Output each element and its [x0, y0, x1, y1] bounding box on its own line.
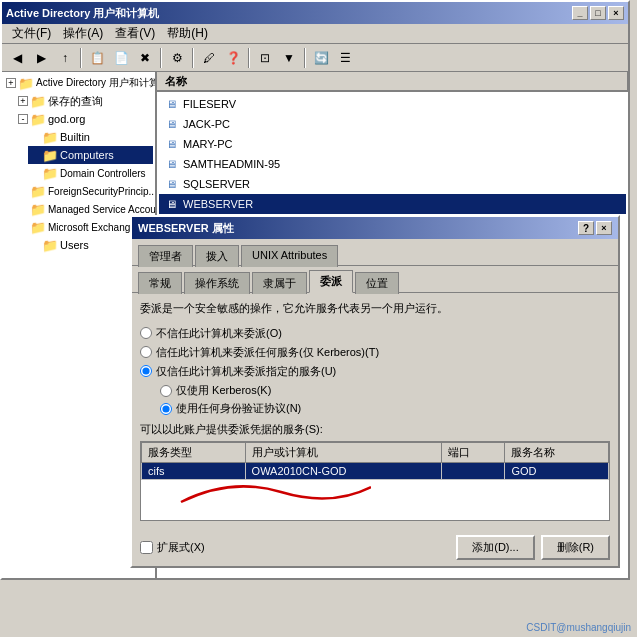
folder-icon-godorg: 📁 — [30, 111, 46, 127]
tree-label-builtin: Builtin — [60, 131, 90, 143]
service-table-label: 可以以此账户提供委派凭据的服务(S): — [140, 422, 610, 437]
radio-no-trust[interactable]: 不信任此计算机来委派(O) — [140, 326, 610, 341]
radio-trust-any-input[interactable] — [140, 346, 152, 358]
sub-radio-any-auth-input[interactable] — [160, 403, 172, 415]
extend-checkbox[interactable] — [140, 541, 153, 554]
radio-trust-specific-input[interactable] — [140, 365, 152, 377]
expand-godorg[interactable]: - — [18, 114, 28, 124]
folder-icon-users: 📁 — [42, 237, 58, 253]
menu-action[interactable]: 操作(A) — [57, 23, 109, 44]
sub-radio-kerberos-only[interactable]: 仅使用 Kerberos(K) — [160, 383, 610, 398]
list-item-webserver[interactable]: 🖥 WEBSERVER — [159, 194, 626, 214]
list-label-jackpc: JACK-PC — [183, 118, 230, 130]
toolbar: ◀ ▶ ↑ 📋 📄 ✖ ⚙ 🖊 ❓ ⊡ ▼ 🔄 ☰ — [2, 44, 628, 72]
menu-view[interactable]: 查看(V) — [109, 23, 161, 44]
tab-dialin[interactable]: 拨入 — [195, 245, 239, 267]
radio-trust-specific-label: 仅信任此计算机来委派指定的服务(U) — [156, 364, 336, 379]
col-port[interactable]: 端口 — [441, 443, 505, 463]
paste-button[interactable]: 📄 — [110, 47, 132, 69]
tab-bar-row2: 常规 操作系统 隶属于 委派 位置 — [132, 266, 618, 293]
copy-button[interactable]: 📋 — [86, 47, 108, 69]
toolbar-separator-2 — [160, 48, 162, 68]
computer-icon-fileserv: 🖥 — [163, 96, 179, 112]
expand-saved[interactable]: + — [18, 96, 28, 106]
tab-unix[interactable]: UNIX Attributes — [241, 245, 338, 267]
sub-radio-any-auth[interactable]: 使用任何身份验证协议(N) — [160, 401, 610, 416]
radio-trust-any[interactable]: 信任此计算机来委派任何服务(仅 Kerberos)(T) — [140, 345, 610, 360]
menu-help[interactable]: 帮助(H) — [161, 23, 214, 44]
folder-icon-computers: 📁 — [42, 147, 58, 163]
computer-icon-webserver: 🖥 — [163, 196, 179, 212]
tree-item-builtin[interactable]: 📁 Builtin — [28, 128, 153, 146]
col-service-name[interactable]: 服务名称 — [505, 443, 609, 463]
tab-manager[interactable]: 管理者 — [138, 245, 193, 267]
folder-icon-root: 📁 — [18, 75, 34, 91]
tree-item-saved[interactable]: + 📁 保存的查询 — [16, 92, 153, 110]
radio-trust-any-label: 信任此计算机来委派任何服务(仅 Kerberos)(T) — [156, 345, 379, 360]
menu-file[interactable]: 文件(F) — [6, 23, 57, 44]
col-header-name[interactable]: 名称 — [157, 72, 628, 90]
tab-general[interactable]: 常规 — [138, 272, 182, 294]
folder-icon-msa: 📁 — [30, 201, 46, 217]
folder-icon-fsp: 📁 — [30, 183, 46, 199]
computer-icon-jackpc: 🖥 — [163, 116, 179, 132]
tab-delegation[interactable]: 委派 — [309, 270, 353, 293]
tree-item-dc[interactable]: 📁 Domain Controllers — [28, 164, 153, 182]
dialog-close-button[interactable]: × — [596, 221, 612, 235]
filter2-button[interactable]: ▼ — [278, 47, 300, 69]
forward-button[interactable]: ▶ — [30, 47, 52, 69]
back-button[interactable]: ◀ — [6, 47, 28, 69]
computer-icon-marypc: 🖥 — [163, 136, 179, 152]
refresh-button[interactable]: 🔄 — [310, 47, 332, 69]
col-user-computer[interactable]: 用户或计算机 — [245, 443, 441, 463]
expand-root[interactable]: + — [6, 78, 16, 88]
tree-item-root[interactable]: + 📁 Active Directory 用户和计算机 — [4, 74, 153, 92]
radio-trust-specific[interactable]: 仅信任此计算机来委派指定的服务(U) — [140, 364, 610, 379]
folder-icon-saved: 📁 — [30, 93, 46, 109]
dialog-title-text: WEBSERVER 属性 — [138, 221, 234, 236]
list-item-sqlserver[interactable]: 🖥 SQLSERVER — [159, 174, 626, 194]
add-button[interactable]: 添加(D)... — [456, 535, 534, 560]
radio-no-trust-input[interactable] — [140, 327, 152, 339]
delegation-description: 委派是一个安全敏感的操作，它允许服务代表另一个用户运行。 — [140, 301, 610, 316]
service-table-container[interactable]: 服务类型 用户或计算机 端口 服务名称 cifs OWA2010CN-GOD G… — [140, 441, 610, 521]
list-label-fileserv: FILESERV — [183, 98, 236, 110]
tree-label-msa: Managed Service Accou... — [48, 204, 157, 215]
delete-button-dialog[interactable]: 删除(R) — [541, 535, 610, 560]
close-button[interactable]: × — [608, 6, 624, 20]
help-button[interactable]: ❓ — [222, 47, 244, 69]
new-button[interactable]: 🖊 — [198, 47, 220, 69]
col-service-type[interactable]: 服务类型 — [142, 443, 246, 463]
maximize-button[interactable]: □ — [590, 6, 606, 20]
title-bar-buttons: _ □ × — [572, 6, 624, 20]
properties-button[interactable]: ⚙ — [166, 47, 188, 69]
extend-label: 扩展式(X) — [157, 540, 205, 555]
tree-label-fsp: ForeignSecurityPrincip... — [48, 186, 157, 197]
up-button[interactable]: ↑ — [54, 47, 76, 69]
tab-os[interactable]: 操作系统 — [184, 272, 250, 294]
extend-checkbox-item[interactable]: 扩展式(X) — [140, 540, 205, 555]
delete-button[interactable]: ✖ — [134, 47, 156, 69]
list-item-jackpc[interactable]: 🖥 JACK-PC — [159, 114, 626, 134]
tree-item-computers[interactable]: 📁 Computers — [28, 146, 153, 164]
tree-item-fsp[interactable]: 📁 ForeignSecurityPrincip... — [28, 182, 153, 200]
list-item-fileserv[interactable]: 🖥 FILESERV — [159, 94, 626, 114]
view-button[interactable]: ☰ — [334, 47, 356, 69]
list-item-samtheadmin[interactable]: 🖥 SAMTHEADMIN-95 — [159, 154, 626, 174]
list-item-marypc[interactable]: 🖥 MARY-PC — [159, 134, 626, 154]
watermark: CSDIT@mushangqiujin — [526, 622, 631, 633]
list-header: 名称 — [157, 72, 628, 92]
filter-button[interactable]: ⊡ — [254, 47, 276, 69]
tree-label-users: Users — [60, 239, 89, 251]
tab-location[interactable]: 位置 — [355, 272, 399, 294]
dialog-help-button[interactable]: ? — [578, 221, 594, 235]
sub-radio-kerberos-only-label: 仅使用 Kerberos(K) — [176, 383, 271, 398]
dialog-webserver-properties: WEBSERVER 属性 ? × 管理者 拨入 UNIX Attributes … — [130, 215, 620, 568]
sub-radio-kerberos-only-input[interactable] — [160, 385, 172, 397]
minimize-button[interactable]: _ — [572, 6, 588, 20]
toolbar-separator-3 — [192, 48, 194, 68]
dialog-bottom-bar: 扩展式(X) 添加(D)... 删除(R) — [132, 529, 618, 566]
tab-memberof[interactable]: 隶属于 — [252, 272, 307, 294]
tree-label-computers: Computers — [60, 149, 114, 161]
tree-item-godorg[interactable]: - 📁 god.org — [16, 110, 153, 128]
